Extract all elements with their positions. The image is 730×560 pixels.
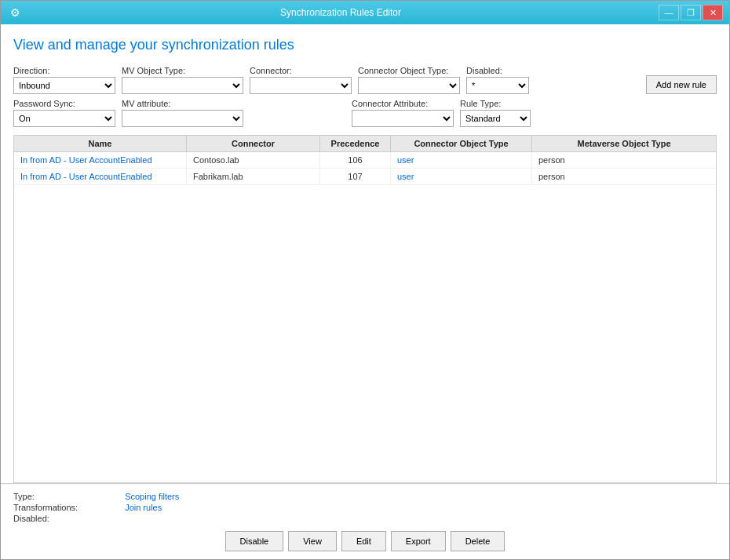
table-row[interactable]: In from AD - User AccountEnabled Fabrika… xyxy=(14,169,716,185)
disabled-select[interactable]: * Yes No xyxy=(466,77,529,94)
connector-object-type-group: Connector Object Type: xyxy=(358,66,460,94)
join-rules-link[interactable]: Join rules xyxy=(125,503,179,512)
col-metaverse-object-type: Metaverse Object Type xyxy=(532,136,716,151)
bottom-info: Type: Transformations: Disabled: Scoping… xyxy=(13,492,717,523)
direction-group: Direction: Inbound Outbound xyxy=(13,66,115,94)
direction-select[interactable]: Inbound Outbound xyxy=(13,77,115,94)
page-title: View and manage your synchronization rul… xyxy=(13,37,717,53)
main-window: ⚙ Synchronization Rules Editor — ❐ ✕ Vie… xyxy=(0,0,730,560)
delete-button[interactable]: Delete xyxy=(451,531,506,551)
row1-connector-object-type: user xyxy=(391,152,532,168)
row2-precedence: 107 xyxy=(320,169,391,184)
row1-precedence: 106 xyxy=(320,152,391,168)
col-precedence: Precedence xyxy=(320,136,391,151)
password-sync-group: Password Sync: On Off xyxy=(13,99,115,127)
rule-type-group: Rule Type: Standard Sticky xyxy=(460,99,531,127)
minimize-button[interactable]: — xyxy=(659,5,679,20)
bottom-section: Type: Transformations: Disabled: Scoping… xyxy=(1,483,729,559)
filter-section: Direction: Inbound Outbound MV Object Ty… xyxy=(13,66,717,127)
disabled-label: Disabled: xyxy=(466,66,529,75)
window-title: Synchronization Rules Editor xyxy=(23,7,659,18)
password-sync-select[interactable]: On Off xyxy=(13,110,115,127)
rules-table: Name Connector Precedence Connector Obje… xyxy=(13,135,717,483)
password-sync-label: Password Sync: xyxy=(13,99,115,108)
col-connector-object-type: Connector Object Type xyxy=(391,136,532,151)
table-header: Name Connector Precedence Connector Obje… xyxy=(14,136,716,152)
filter-row-2: Password Sync: On Off MV attribute: Conn… xyxy=(13,99,717,127)
export-button[interactable]: Export xyxy=(391,531,446,551)
disable-button[interactable]: Disable xyxy=(225,531,284,551)
view-button[interactable]: View xyxy=(288,531,337,551)
content-area: View and manage your synchronization rul… xyxy=(1,24,729,483)
direction-label: Direction: xyxy=(13,66,115,75)
connector-attribute-select[interactable] xyxy=(352,110,454,127)
info-left: Type: Transformations: Disabled: xyxy=(13,492,78,523)
mv-object-type-select[interactable] xyxy=(122,77,243,94)
app-icon: ⚙ xyxy=(7,6,23,19)
connector-object-type-label: Connector Object Type: xyxy=(358,66,460,75)
connector-group: Connector: xyxy=(250,66,352,94)
table-row[interactable]: In from AD - User AccountEnabled Contoso… xyxy=(14,152,716,169)
table-body: In from AD - User AccountEnabled Contoso… xyxy=(14,152,716,482)
transformations-label: Transformations: xyxy=(13,503,78,512)
connector-select[interactable] xyxy=(250,77,352,94)
edit-button[interactable]: Edit xyxy=(341,531,386,551)
add-new-rule-button[interactable]: Add new rule xyxy=(646,75,717,94)
col-connector: Connector xyxy=(187,136,320,151)
connector-object-type-select[interactable] xyxy=(358,77,460,94)
row2-name[interactable]: In from AD - User AccountEnabled xyxy=(14,169,187,184)
disabled-group: Disabled: * Yes No xyxy=(466,66,529,94)
close-button[interactable]: ✕ xyxy=(703,5,723,20)
row1-metaverse-object-type: person xyxy=(532,152,716,168)
connector-attribute-group: Connector Attribute: xyxy=(352,99,454,127)
row2-metaverse-object-type: person xyxy=(532,169,716,184)
mv-object-type-group: MV Object Type: xyxy=(122,66,243,94)
type-label: Type: xyxy=(13,492,78,501)
mv-object-type-label: MV Object Type: xyxy=(122,66,243,75)
bottom-buttons: Disable View Edit Export Delete xyxy=(13,531,717,551)
row2-connector: Fabrikam.lab xyxy=(187,169,320,184)
rule-type-label: Rule Type: xyxy=(460,99,531,108)
connector-label: Connector: xyxy=(250,66,352,75)
window-controls: — ❐ ✕ xyxy=(659,5,723,20)
mv-attribute-select[interactable] xyxy=(122,110,243,127)
mv-attribute-label: MV attribute: xyxy=(122,99,243,108)
restore-button[interactable]: ❐ xyxy=(681,5,701,20)
col-name: Name xyxy=(14,136,187,151)
info-right: Scoping filters Join rules xyxy=(125,492,179,523)
scoping-filters-link[interactable]: Scoping filters xyxy=(125,492,179,501)
mv-attribute-group: MV attribute: xyxy=(122,99,243,127)
row2-connector-object-type: user xyxy=(391,169,532,184)
row1-name[interactable]: In from AD - User AccountEnabled xyxy=(14,152,187,168)
connector-attribute-label: Connector Attribute: xyxy=(352,99,454,108)
rule-type-select[interactable]: Standard Sticky xyxy=(460,110,531,127)
row1-connector: Contoso.lab xyxy=(187,152,320,168)
filter-row-1: Direction: Inbound Outbound MV Object Ty… xyxy=(13,66,717,94)
title-bar: ⚙ Synchronization Rules Editor — ❐ ✕ xyxy=(1,1,729,24)
disabled-status-label: Disabled: xyxy=(13,514,78,523)
